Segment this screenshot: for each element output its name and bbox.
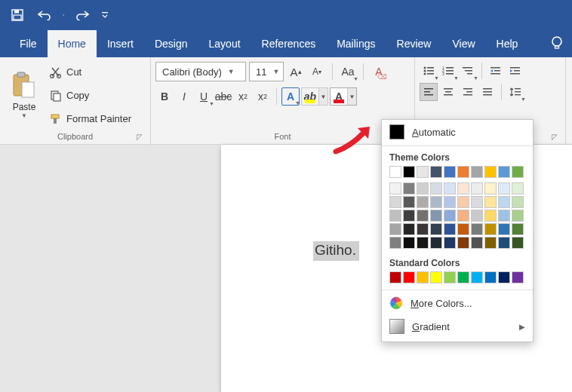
clear-formatting-button[interactable]: A⌫ — [370, 63, 388, 81]
tab-mailings[interactable]: Mailings — [326, 30, 386, 57]
decrease-indent-button[interactable] — [487, 62, 505, 80]
color-swatch[interactable] — [430, 223, 442, 235]
font-color-split[interactable]: A ▼ — [330, 87, 357, 106]
align-left-button[interactable] — [420, 83, 438, 101]
bullets-button[interactable]: ▼ — [420, 62, 438, 80]
tab-home[interactable]: Home — [48, 30, 97, 57]
color-swatch[interactable] — [389, 166, 401, 178]
shrink-font-button[interactable]: A▾ — [308, 63, 326, 81]
color-swatch[interactable] — [498, 237, 510, 249]
color-swatch[interactable] — [484, 223, 497, 235]
format-painter-button[interactable]: Format Painter — [47, 112, 134, 127]
color-swatch[interactable] — [444, 166, 456, 178]
undo-button[interactable] — [33, 4, 56, 26]
tab-view[interactable]: View — [441, 30, 485, 57]
cut-button[interactable]: Cut — [47, 65, 134, 80]
color-swatch[interactable] — [417, 237, 429, 249]
color-swatch[interactable] — [417, 210, 429, 222]
color-swatch[interactable] — [512, 271, 524, 283]
color-swatch[interactable] — [512, 182, 524, 194]
color-swatch[interactable] — [457, 182, 469, 194]
color-swatch[interactable] — [512, 237, 524, 249]
color-swatch[interactable] — [444, 237, 456, 249]
increase-indent-button[interactable] — [506, 62, 524, 80]
color-swatch[interactable] — [457, 237, 469, 249]
color-swatch[interactable] — [471, 271, 483, 283]
color-swatch[interactable] — [457, 271, 469, 283]
color-swatch[interactable] — [403, 182, 415, 194]
color-swatch[interactable] — [444, 196, 456, 208]
color-swatch[interactable] — [457, 196, 469, 208]
color-swatch[interactable] — [484, 237, 497, 249]
color-swatch[interactable] — [471, 196, 483, 208]
color-swatch[interactable] — [512, 196, 524, 208]
tab-review[interactable]: Review — [386, 30, 442, 57]
color-swatch[interactable] — [403, 210, 415, 222]
color-swatch[interactable] — [498, 166, 510, 178]
align-center-button[interactable] — [439, 83, 457, 101]
color-swatch[interactable] — [484, 166, 497, 178]
color-swatch[interactable] — [498, 271, 510, 283]
color-swatch[interactable] — [444, 210, 456, 222]
color-swatch[interactable] — [444, 182, 456, 194]
color-swatch[interactable] — [430, 196, 442, 208]
tab-file[interactable]: File — [9, 30, 48, 57]
underline-button[interactable]: U▼ — [195, 87, 213, 106]
font-color-dropdown[interactable]: ▼ — [347, 88, 356, 105]
color-swatch[interactable] — [430, 210, 442, 222]
color-swatch[interactable] — [417, 271, 429, 283]
color-swatch[interactable] — [430, 237, 442, 249]
color-swatch[interactable] — [403, 237, 415, 249]
color-swatch[interactable] — [403, 196, 415, 208]
clipboard-launcher[interactable]: ◸ — [137, 133, 143, 141]
grow-font-button[interactable]: A▴ — [287, 63, 305, 81]
color-swatch[interactable] — [417, 182, 429, 194]
tell-me-button[interactable] — [542, 30, 572, 57]
color-swatch[interactable] — [484, 196, 497, 208]
color-swatch[interactable] — [512, 210, 524, 222]
color-swatch[interactable] — [444, 271, 456, 283]
color-swatch[interactable] — [498, 223, 510, 235]
font-color-button[interactable]: A — [331, 88, 347, 105]
tab-references[interactable]: References — [251, 30, 327, 57]
color-swatch[interactable] — [403, 271, 415, 283]
color-swatch[interactable] — [484, 210, 497, 222]
color-swatch[interactable] — [498, 182, 510, 194]
color-swatch[interactable] — [389, 182, 401, 194]
redo-button[interactable] — [71, 4, 94, 26]
color-swatch[interactable] — [471, 210, 483, 222]
gradient-item[interactable]: Gradient ▶ — [382, 314, 533, 338]
color-swatch[interactable] — [389, 223, 401, 235]
superscript-button[interactable]: x2 — [254, 87, 272, 106]
color-swatch[interactable] — [403, 166, 415, 178]
tab-insert[interactable]: Insert — [97, 30, 144, 57]
font-size-combo[interactable]: 11 ▼ — [249, 62, 284, 81]
copy-button[interactable]: Copy — [47, 88, 134, 103]
highlight-color-button[interactable]: ab — [302, 88, 318, 105]
more-colors-item[interactable]: More Colors... — [382, 292, 533, 314]
document-text[interactable]: Gitiho. — [313, 241, 359, 261]
text-effects-button[interactable]: A▼ — [281, 87, 300, 106]
color-swatch[interactable] — [484, 271, 497, 283]
align-right-button[interactable] — [459, 83, 477, 101]
color-swatch[interactable] — [457, 210, 469, 222]
color-swatch[interactable] — [417, 223, 429, 235]
tab-help[interactable]: Help — [486, 30, 529, 57]
color-swatch[interactable] — [471, 166, 483, 178]
subscript-button[interactable]: x2 — [234, 87, 252, 106]
automatic-color-item[interactable]: Automatic — [382, 120, 533, 144]
color-swatch[interactable] — [417, 196, 429, 208]
strikethrough-button[interactable]: abc — [214, 87, 232, 106]
paste-button[interactable]: Paste ▼ — [5, 60, 44, 130]
color-swatch[interactable] — [471, 223, 483, 235]
bold-button[interactable]: B — [155, 87, 174, 106]
qat-customize-button[interactable] — [98, 4, 112, 26]
justify-button[interactable] — [478, 83, 497, 101]
color-swatch[interactable] — [471, 237, 483, 249]
line-spacing-button[interactable]: ▼ — [506, 83, 524, 101]
color-swatch[interactable] — [389, 210, 401, 222]
paragraph-launcher[interactable]: ◸ — [552, 133, 558, 141]
tab-layout[interactable]: Layout — [198, 30, 251, 57]
color-swatch[interactable] — [389, 271, 401, 283]
multilevel-list-button[interactable]: ▼ — [459, 62, 477, 80]
